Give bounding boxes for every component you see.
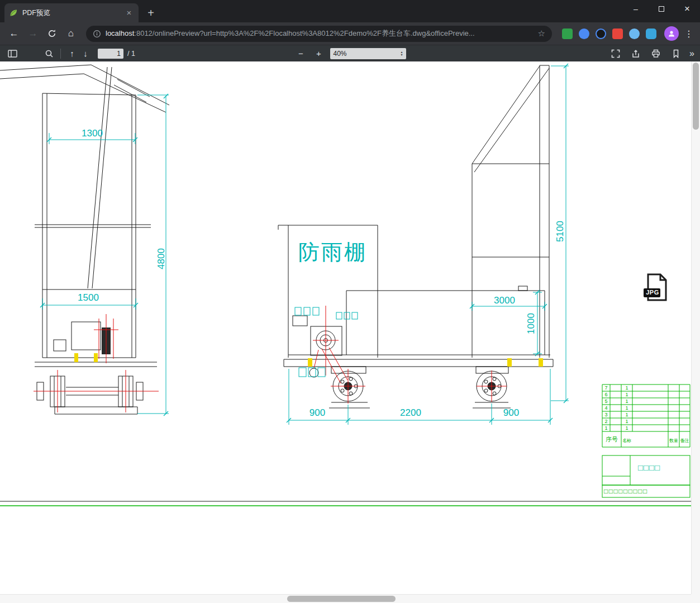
dim-height-left: 4800 xyxy=(156,243,167,274)
extension-icon-4[interactable] xyxy=(612,29,623,39)
search-icon[interactable] xyxy=(42,47,56,60)
rain-shelter-label: 防雨棚 xyxy=(298,238,367,267)
horizontal-scrollbar[interactable] xyxy=(0,594,691,603)
vertical-scrollbar-thumb[interactable] xyxy=(693,63,699,130)
zoom-controls: − + 40% ▴▾ xyxy=(294,48,406,59)
row-qty: 1 xyxy=(621,405,632,411)
person-icon xyxy=(668,30,675,37)
tab-close-icon[interactable]: × xyxy=(124,8,134,18)
row-no: 2 xyxy=(602,419,610,424)
extension-icon-3[interactable] xyxy=(596,29,606,39)
extensions-area xyxy=(562,29,656,39)
table-row: 31 xyxy=(602,412,690,419)
profile-avatar[interactable] xyxy=(664,26,679,41)
table-header-name: 名称 xyxy=(621,438,632,444)
page-up-button[interactable]: ↑ xyxy=(65,49,79,58)
bookmark-star-icon[interactable]: ☆ xyxy=(538,29,545,39)
browser-menu-icon[interactable]: ⋮ xyxy=(682,29,696,39)
file-sheet-icon xyxy=(642,273,669,302)
dim-rear-overhang: 900 xyxy=(497,407,526,419)
url-text: localhost:8012/onlinePreview?url=http%3A… xyxy=(106,29,534,39)
extension-icon-2[interactable] xyxy=(579,29,589,39)
row-qty: 1 xyxy=(621,398,632,404)
toolbar-divider xyxy=(60,49,61,59)
jpg-file-icon: JPG xyxy=(642,273,669,302)
address-bar: ← → ⌂ localhost:8012/onlinePreview?url=h… xyxy=(0,22,700,45)
titleblock-footer: □□□□□□□□□ xyxy=(604,487,648,495)
row-no: 6 xyxy=(602,392,610,397)
tab-title: PDF预览 xyxy=(22,8,124,18)
minimize-button[interactable]: – xyxy=(623,0,649,18)
pdf-page: 1300 4800 1500 防雨棚 5100 3000 1000 900 22… xyxy=(0,61,691,594)
page-number-input[interactable] xyxy=(98,49,123,59)
table-row: 61 xyxy=(602,392,690,398)
row-qty: 1 xyxy=(621,392,632,397)
horizontal-scrollbar-thumb[interactable] xyxy=(287,596,396,602)
dim-mid-width: 1500 xyxy=(73,292,104,303)
more-tools-icon[interactable]: » xyxy=(689,49,694,59)
row-no: 4 xyxy=(602,405,610,411)
dim-front-overhang: 900 xyxy=(303,407,332,419)
url-path: :8012/onlinePreview?url=http%3A%2F%2Floc… xyxy=(134,29,474,37)
open-file-icon[interactable] xyxy=(629,47,642,60)
sidebar-toggle-icon[interactable] xyxy=(6,47,19,60)
dim-wheelbase: 2200 xyxy=(395,407,426,419)
row-no: 7 xyxy=(602,385,610,391)
row-no: 3 xyxy=(602,412,610,417)
maximize-button[interactable] xyxy=(649,0,674,18)
row-no: 1 xyxy=(602,425,610,431)
tab-strip: PDF预览 × + – × xyxy=(0,0,700,22)
select-spinner-icon: ▴▾ xyxy=(401,51,402,56)
vertical-scrollbar[interactable] xyxy=(691,61,700,594)
table-header-qty: 数量 xyxy=(668,438,679,444)
extension-icon-6[interactable] xyxy=(646,29,656,39)
tab-pdf-preview[interactable]: PDF预览 × xyxy=(4,3,139,22)
row-qty: 1 xyxy=(621,419,632,424)
maximize-icon xyxy=(659,6,664,12)
table-row: 41 xyxy=(602,405,690,412)
page-down-button[interactable]: ↓ xyxy=(79,49,92,58)
table-row: 11 xyxy=(602,425,690,432)
table-row: 21 xyxy=(602,419,690,425)
jpg-badge-text: JPG xyxy=(645,289,660,296)
pdf-right-tools: » xyxy=(609,47,694,60)
scrollbar-corner xyxy=(691,594,700,603)
url-field[interactable]: localhost:8012/onlinePreview?url=http%3A… xyxy=(86,26,552,42)
pdf-toolbar: ↑ ↓ / 1 − + 40% ▴▾ » xyxy=(0,45,700,61)
zoom-out-button[interactable]: − xyxy=(294,49,308,58)
bookmark-icon[interactable] xyxy=(669,47,683,60)
close-button[interactable]: × xyxy=(674,0,700,18)
info-icon[interactable] xyxy=(93,30,101,38)
home-button[interactable]: ⌂ xyxy=(64,26,78,41)
extension-icon-5[interactable] xyxy=(629,29,640,39)
zoom-level-value: 40% xyxy=(334,50,347,58)
table-row: 71 xyxy=(602,385,690,392)
forward-button[interactable]: → xyxy=(26,26,40,41)
new-tab-button[interactable]: + xyxy=(143,6,159,21)
dim-height-right: 5100 xyxy=(555,216,566,247)
print-icon[interactable] xyxy=(649,47,663,60)
extension-icon-1[interactable] xyxy=(562,29,573,39)
titleblock-title: □□□□ xyxy=(630,463,668,472)
cad-drawing xyxy=(0,61,691,594)
fullscreen-icon[interactable] xyxy=(609,47,622,60)
zoom-level-select[interactable]: 40% ▴▾ xyxy=(330,48,406,59)
table-header-no: 序号 xyxy=(603,435,620,444)
leaf-favicon-icon xyxy=(9,8,18,17)
browser-window: PDF预览 × + – × ← → ⌂ localhost:8012/onlin… xyxy=(0,0,700,603)
window-controls: – × xyxy=(623,0,700,18)
row-no: 5 xyxy=(602,398,610,404)
table-row: 51 xyxy=(602,398,690,405)
dim-tank-length: 3000 xyxy=(489,295,520,306)
row-qty: 1 xyxy=(621,385,632,391)
row-qty: 1 xyxy=(621,425,632,431)
table-header-note: 备注 xyxy=(679,438,690,444)
url-host: localhost xyxy=(106,29,134,37)
back-button[interactable]: ← xyxy=(7,26,21,41)
reload-button[interactable] xyxy=(45,26,59,41)
dim-tank-height: 1000 xyxy=(526,308,537,339)
zoom-in-button[interactable]: + xyxy=(312,49,326,58)
dim-top-width: 1300 xyxy=(77,128,108,139)
row-qty: 1 xyxy=(621,412,632,417)
page-total-label: / 1 xyxy=(127,50,135,58)
